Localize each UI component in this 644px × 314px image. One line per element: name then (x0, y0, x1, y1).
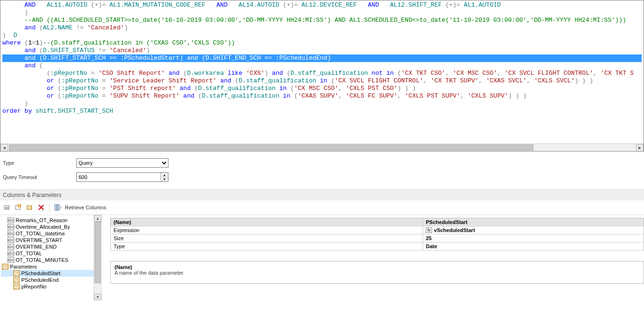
tree-column-item[interactable]: abcOVERTIME_START (1, 237, 100, 243)
delete-icon[interactable] (37, 203, 45, 212)
horizontal-scrollbar[interactable]: ◄ ► (0, 144, 644, 151)
parameter-icon: [?] (13, 284, 20, 289)
retrieve-columns-icon[interactable] (53, 203, 62, 212)
property-grid-header: (Name)PScheduledStart (111, 218, 644, 226)
tree-item-label: OVERTIME_START (16, 237, 62, 243)
help-title: (Name) (115, 264, 640, 270)
scroll-left-arrow[interactable]: ◄ (0, 144, 8, 152)
scroll-right-arrow[interactable]: ► (636, 144, 644, 152)
tree-item-label: OT_TOTAL_MINUTES (16, 257, 68, 263)
property-value[interactable]: 25 (423, 234, 644, 242)
query-timeout-label: Query Timeout (3, 174, 76, 180)
fx-icon: fx (426, 227, 432, 233)
parameter-group-icon: [?] (2, 264, 9, 269)
sql-text[interactable]: AND AL11.AUTOID (+)= AL1.MAIN_MUTATION_C… (0, 0, 644, 116)
property-value: PScheduledStart (423, 218, 644, 226)
tree-parameter-item[interactable]: [?]pReportNo (1, 283, 100, 290)
column-icon: abc (8, 237, 14, 243)
property-help-box: (Name) A name of the data parameter. (110, 261, 644, 284)
sql-editor[interactable]: AND AL11.AUTOID (+)= AL1.MAIN_MUTATION_C… (0, 0, 644, 152)
tree-column-item[interactable]: abcOT_TOTAL_MINUTES (1, 257, 100, 263)
column-icon: abc (8, 224, 14, 230)
parameter-icon: [?] (13, 277, 20, 283)
help-description: A name of the data parameter. (115, 270, 640, 276)
tree-item-label: OT_TOTAL_datetime (16, 231, 65, 236)
tree-item-label: PScheduledStart (21, 270, 61, 276)
property-grid[interactable]: (Name)PScheduledStartExpressionfxvSchedu… (110, 218, 644, 251)
tree-vertical-scrollbar[interactable]: ▲ ▼ (94, 215, 101, 300)
scroll-thumb[interactable] (9, 144, 533, 151)
query-timeout-spinner[interactable]: ▲ ▼ (76, 172, 168, 182)
tree-pane: abcRemarks_OT_ReasonabcOvertime_Allocate… (0, 215, 102, 300)
type-select[interactable]: Query (76, 158, 168, 168)
tree-item-label: Parameters (10, 264, 37, 269)
column-icon: abc (8, 251, 14, 256)
tree-parameter-item[interactable]: [?]PScheduledStart (1, 270, 100, 277)
property-value[interactable]: fxvScheduledStart (423, 226, 644, 234)
tree-scroll-up-icon[interactable]: ▲ (94, 215, 101, 222)
tree-scroll-thumb[interactable] (95, 222, 101, 283)
column-icon: abc (8, 231, 14, 236)
tree-column-item[interactable]: abcRemarks_OT_Reason (1, 217, 100, 224)
svg-rect-9 (57, 205, 59, 210)
tree-scroll-down-icon[interactable]: ▼ (94, 294, 101, 300)
column-icon: abc (8, 257, 14, 263)
property-key: (Name) (111, 218, 423, 226)
add-column-icon[interactable]: ab (3, 203, 11, 212)
add-parameter-icon[interactable]: [?] (26, 203, 34, 212)
svg-text:[?]: [?] (28, 206, 32, 210)
property-row[interactable]: TypeDate (111, 242, 644, 251)
toolbar-separator (49, 203, 50, 212)
columns-toolbar: ab [?] Retrieve Columns (0, 200, 644, 215)
property-row[interactable]: ExpressionfxvScheduledStart (111, 226, 644, 234)
property-row[interactable]: Size25 (111, 234, 644, 242)
svg-rect-3 (18, 204, 21, 207)
tree-parameter-item[interactable]: [?]PScheduledEnd (1, 277, 100, 283)
parameters-root[interactable]: [?]Parameters (1, 263, 100, 270)
spinner-up-icon[interactable]: ▲ (161, 173, 168, 178)
tree-column-item[interactable]: abcOvertime_Allocated_By (1, 224, 100, 230)
type-label: Type (3, 160, 76, 166)
add-column-2-icon[interactable] (14, 203, 23, 212)
column-icon: abc (8, 244, 14, 250)
spinner-down-icon[interactable]: ▼ (161, 178, 168, 182)
tree-item-label: Overtime_Allocated_By (16, 224, 70, 230)
tree-column-item[interactable]: abcOT_TOTAL (1, 250, 100, 257)
property-key: Size (111, 234, 423, 242)
tree-item-label: OT_TOTAL (16, 251, 42, 256)
tree-item-label: Remarks_OT_Reason (16, 217, 67, 223)
tree-column-item[interactable]: abcOVERTIME_END (1, 243, 100, 250)
parameter-icon: [?] (13, 270, 20, 276)
property-value[interactable]: Date (423, 242, 644, 250)
svg-text:ab: ab (5, 206, 9, 209)
tree-column-item[interactable]: abcOT_TOTAL_datetime (1, 230, 100, 237)
properties-pane: (Name)PScheduledStartExpressionfxvSchedu… (102, 215, 644, 300)
column-icon: abc (8, 217, 14, 223)
tree-item-label: OVERTIME_END (16, 244, 57, 250)
retrieve-columns-button[interactable]: Retrieve Columns (65, 205, 106, 210)
property-key: Expression (111, 226, 423, 234)
query-timeout-input[interactable] (77, 173, 160, 181)
svg-rect-8 (55, 205, 57, 210)
property-key: Type (111, 242, 423, 250)
lower-panes: abcRemarks_OT_ReasonabcOvertime_Allocate… (0, 215, 644, 300)
columns-parameters-tree[interactable]: abcRemarks_OT_ReasonabcOvertime_Allocate… (0, 215, 101, 292)
tree-item-label: pReportNo (21, 284, 46, 289)
columns-parameters-header: Columns & Parameters (0, 189, 644, 200)
dataset-controls: Type Query Query Timeout ▲ ▼ (0, 152, 644, 189)
tree-item-label: PScheduledEnd (21, 277, 59, 283)
